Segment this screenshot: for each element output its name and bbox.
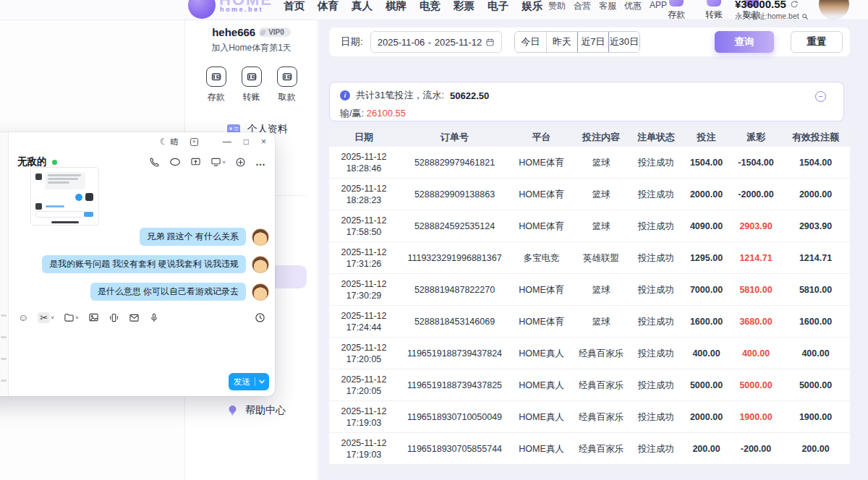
sidebar-quick-action[interactable]: 转账 [239,67,264,103]
date-range-input[interactable]: 2025-11-06 - 2025-11-12 [370,31,502,53]
nav-item[interactable]: 真人 [352,0,373,13]
filter-bar: 日期: 2025-11-06 - 2025-11-12 今日昨天近7日近30日 … [329,27,850,56]
cell-bet: 1504.00 [682,157,731,168]
screen-share-icon[interactable] [190,157,201,167]
secondary-nav-item[interactable]: 优惠 [624,0,642,12]
cell-valid: 1600.00 [781,316,850,327]
wallet-action-button[interactable]: 存款 [663,0,690,21]
cell-date: 2025-11-1218:28:46 [329,151,399,174]
cell-platform: HOME体育 [511,157,572,168]
cell-bet: 2000.00 [682,411,731,423]
chat-image-message[interactable] [30,167,99,226]
refresh-icon[interactable] [790,0,799,9]
cell-valid: 2000.00 [781,189,850,200]
cell-date: 2025-11-1217:24:44 [329,310,399,333]
balance-amount: ¥36000.55 [735,0,786,10]
cell-content: 篮球 [572,157,630,168]
cell-valid: 1504.00 [781,157,850,168]
date-label: 日期: [341,35,363,48]
table-row: 2025-11-1218:28:23 5288829909138863 HOME… [329,179,850,210]
search-button[interactable]: 查询 [715,31,774,53]
mic-icon[interactable] [149,312,159,323]
maximize-button[interactable]: □ [244,137,249,146]
secondary-nav-item[interactable]: 赞助 [548,0,566,12]
send-button[interactable]: 发送 [229,373,269,390]
cell-status: 投注成功 [630,284,682,296]
nav-item[interactable]: 娱乐 [522,0,542,13]
chat-message: 兄弟 跟这个 有什么关系 [140,228,269,246]
cell-payout: -1504.00 [731,157,781,168]
secondary-nav-item[interactable]: 客服 [599,0,616,12]
cell-date: 2025-11-1217:58:50 [329,215,399,238]
col-header: 派彩 [731,132,781,143]
cell-order: 5288819487822270 [399,284,511,296]
cell-platform: HOME真人 [511,380,572,391]
chat-titlebar: ☾ 晴 + — □ × [9,132,275,151]
image-icon[interactable] [88,312,99,322]
quick-range-button[interactable]: 今日 [515,32,546,52]
nav-item[interactable]: 棋牌 [386,0,407,13]
chat-history-icon[interactable] [255,312,265,323]
screenshot-icon[interactable]: ✂˅ [38,312,54,323]
wallet-action-icon [707,0,721,7]
sidebar-quick-actions: 存款 转账 取款 [185,67,318,103]
sidebar-item-help[interactable]: 帮助中心 [185,404,318,417]
remote-desktop-icon[interactable]: ˅ [210,157,226,167]
theme-toggle[interactable]: ☾ 晴 [160,137,179,147]
collapse-icon[interactable]: − [815,91,826,102]
chat-toolbar: ☺ ✂˅ ˅ [9,308,275,327]
self-avatar[interactable] [252,256,269,273]
minimize-button[interactable]: — [223,137,231,146]
chat-window: ☾ 晴 + — □ × 无敌的 [0,132,275,396]
search-icon[interactable] [801,13,809,20]
more-icon[interactable]: … [255,159,266,165]
cell-date: 2025-11-1217:30:29 [329,278,399,301]
emoji-icon[interactable]: ☺ [18,312,28,322]
nav-item[interactable]: 彩票 [454,0,475,13]
lightbulb-icon [227,405,238,416]
nav-item[interactable]: 首页 [284,0,305,13]
cell-platform: HOME体育 [511,316,572,327]
table-row: 2025-11-1217:24:44 5288818453146069 HOME… [329,306,850,338]
cell-order: 5288829979461821 [399,157,511,168]
nav-item[interactable]: 电子 [488,0,509,13]
cell-date: 2025-11-1218:28:23 [329,183,399,206]
cell-platform: HOME真人 [511,443,572,455]
vip-badge: VIP0 [259,27,291,37]
self-avatar[interactable] [252,228,269,246]
reset-button[interactable]: 重置 [791,31,843,53]
cell-content: 篮球 [572,189,630,200]
cell-status: 投注成功 [630,411,682,423]
cell-payout: 400.00 [731,348,781,359]
video-call-icon[interactable] [169,157,181,167]
cell-bet: 400.00 [682,348,731,359]
secondary-nav-item[interactable]: 合营 [574,0,591,12]
shake-icon[interactable] [109,312,119,323]
send-label: 发送 [234,376,251,388]
quick-range-button[interactable]: 近7日 [577,32,608,52]
voice-call-icon[interactable] [149,157,160,168]
sidebar-quick-action[interactable]: 取款 [275,67,299,103]
quick-range-button[interactable]: 近30日 [608,32,639,52]
quick-action-icon [277,67,297,87]
quick-action-icon [242,67,262,87]
cell-valid: 5810.00 [781,284,850,296]
quick-range-button[interactable]: 昨天 [546,32,577,52]
user-avatar[interactable] [819,0,849,20]
calendar-icon [485,38,495,47]
nav-item[interactable]: 电竞 [420,0,441,13]
close-button[interactable]: × [261,137,266,146]
self-avatar[interactable] [252,283,269,301]
add-circle-icon[interactable] [235,157,246,168]
cell-date: 2025-11-1217:20:05 [329,374,399,397]
nav-item[interactable]: 体育 [318,0,339,13]
sidebar-quick-action[interactable]: 存款 [204,67,229,103]
username: hehe666 [212,26,255,38]
mail-icon[interactable] [129,313,140,322]
file-icon[interactable]: ˅ [64,312,79,322]
brand-logo-icon[interactable] [188,0,216,19]
wallet-action-button[interactable]: 转账 [700,0,728,21]
date-separator: - [428,37,431,48]
summary-total-value: 50622.50 [450,90,489,101]
workspace-icon[interactable]: + [190,138,198,146]
